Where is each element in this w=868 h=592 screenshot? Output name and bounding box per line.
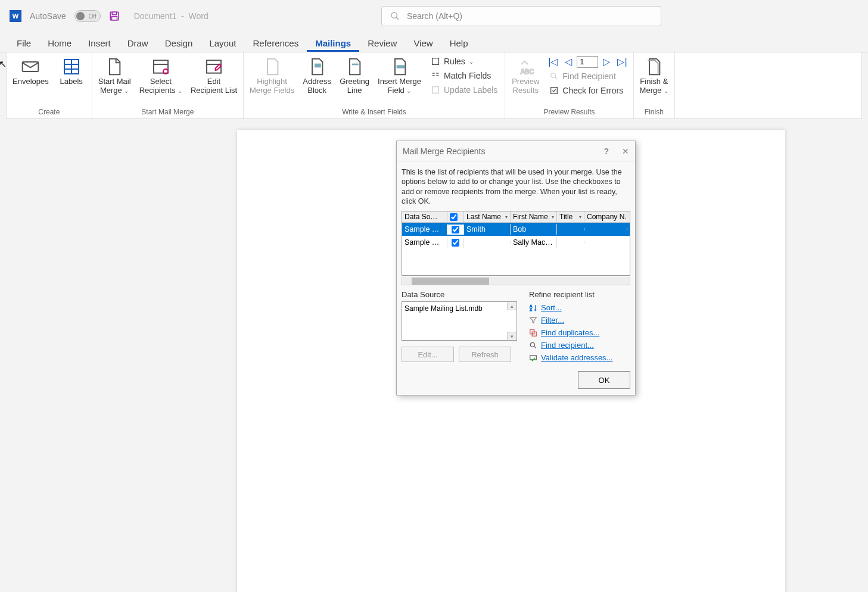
record-number-input[interactable] (577, 56, 598, 68)
title-bar: W AutoSave Off Document1 - Word Search (… (0, 0, 868, 32)
header-company[interactable]: Company N… (584, 211, 627, 222)
mouse-cursor: ↖ (0, 58, 7, 70)
find-recipient-button: Find Recipient (546, 70, 629, 83)
check-icon (549, 86, 559, 95)
envelopes-button[interactable]: Envelopes (10, 55, 51, 88)
tab-file[interactable]: File (8, 35, 39, 52)
svg-line-29 (534, 346, 536, 348)
tab-layout[interactable]: Layout (201, 35, 244, 52)
header-title[interactable]: Title▾ (557, 211, 584, 222)
svg-line-22 (555, 77, 558, 79)
first-record-button[interactable]: |◁ (546, 55, 560, 68)
svg-rect-1 (112, 12, 117, 15)
save-icon[interactable] (109, 11, 120, 21)
scrollbar-thumb[interactable] (412, 278, 489, 285)
validate-icon (529, 354, 537, 362)
rules-button[interactable]: Rules ⌄ (427, 55, 501, 68)
tab-home[interactable]: Home (39, 35, 80, 52)
match-fields-button[interactable]: Match Fields (427, 69, 501, 82)
svg-rect-19 (433, 87, 439, 94)
dialog-title-bar[interactable]: Mail Merge Recipients ? ✕ (397, 141, 635, 161)
select-recipients-button[interactable]: Select Recipients ⌄ (137, 55, 185, 96)
svg-text:Z: Z (530, 307, 532, 311)
svg-point-3 (391, 13, 397, 18)
svg-rect-30 (530, 355, 537, 359)
finish-merge-button[interactable]: Finish & Merge ⌄ (637, 55, 671, 96)
find-recipient-link[interactable]: Find recipient... (529, 339, 630, 351)
scroll-down-button[interactable]: ▾ (507, 332, 517, 340)
filter-icon (529, 316, 537, 325)
header-first-name[interactable]: First Name▾ (511, 211, 557, 222)
table-row[interactable]: Sample … Sally Maca… (402, 236, 630, 249)
tab-insert[interactable]: Insert (80, 35, 119, 52)
search-box[interactable]: Search (Alt+Q) (381, 6, 661, 26)
labels-icon (62, 57, 81, 76)
next-record-button[interactable]: ▷ (601, 55, 612, 68)
prev-record-button[interactable]: ◁ (562, 55, 574, 68)
horizontal-scrollbar[interactable] (402, 277, 630, 285)
tab-references[interactable]: References (244, 35, 307, 52)
start-mail-merge-button[interactable]: Start Mail Merge ⌄ (96, 55, 133, 96)
address-block-button[interactable]: Address Block (300, 55, 334, 96)
sort-link[interactable]: AZ Sort... (529, 301, 630, 314)
sort-icon: AZ (529, 304, 537, 312)
update-labels-button: Update Labels (427, 83, 501, 96)
document-title: Document1 - Word (134, 11, 209, 21)
find-duplicates-link[interactable]: Find duplicates... (529, 326, 630, 339)
tab-draw[interactable]: Draw (119, 35, 157, 52)
recipients-table: Data So… Last Name▾ First Name▾ Title▾ C… (402, 211, 630, 276)
preview-icon: ABC (516, 57, 535, 76)
refine-label: Refine recipient list (529, 290, 630, 299)
address-icon (307, 57, 326, 76)
header-last-name[interactable]: Last Name▾ (464, 211, 511, 222)
tab-help[interactable]: Help (441, 35, 477, 52)
rules-icon (431, 57, 440, 66)
ok-button[interactable]: OK (578, 371, 630, 389)
tab-mailings[interactable]: Mailings (307, 35, 359, 52)
group-start-mail-merge: Start Mail Merge ⌄ Select Recipients ⌄ E… (92, 52, 244, 119)
find-recipient-icon (529, 341, 537, 350)
data-source-item[interactable]: Sample Mailing List.mdb (405, 304, 483, 313)
table-row[interactable]: Sample … Smith Bob (402, 223, 630, 236)
merge-field-icon (390, 57, 409, 76)
svg-rect-23 (551, 88, 558, 94)
group-write-insert: Highlight Merge Fields Address Block Gre… (244, 52, 505, 119)
autosave-toggle[interactable]: Off (74, 10, 101, 22)
record-navigation: |◁ ◁ ▷ ▷| (546, 55, 629, 68)
group-preview-results: ABC Preview Results |◁ ◁ ▷ ▷| Find Recip… (505, 52, 633, 119)
recipients-icon (151, 57, 170, 76)
dialog-close-button[interactable]: ✕ (622, 147, 629, 156)
find-icon (549, 71, 559, 81)
mail-merge-recipients-dialog: Mail Merge Recipients ? ✕ This is the li… (396, 141, 636, 395)
insert-merge-field-button[interactable]: Insert Merge Field ⌄ (375, 55, 424, 96)
autosave-label: AutoSave (30, 11, 66, 21)
header-checkbox[interactable] (447, 211, 464, 222)
labels-button[interactable]: Labels (55, 55, 88, 88)
search-icon (390, 11, 400, 21)
svg-rect-10 (154, 60, 168, 73)
word-app-icon: W (10, 10, 21, 22)
last-record-button[interactable]: ▷| (615, 55, 629, 68)
tab-design[interactable]: Design (157, 35, 201, 52)
tab-view[interactable]: View (405, 35, 441, 52)
scroll-up-button[interactable]: ▴ (507, 302, 517, 310)
table-header: Data So… Last Name▾ First Name▾ Title▾ C… (402, 211, 630, 223)
search-placeholder: Search (Alt+Q) (407, 11, 462, 21)
dialog-help-button[interactable]: ? (603, 147, 609, 156)
finish-icon (645, 57, 664, 76)
tab-review[interactable]: Review (359, 35, 405, 52)
refresh-button: Refresh (459, 347, 511, 362)
toggle-state: Off (89, 13, 97, 20)
dialog-description: This is the list of recipients that will… (402, 167, 630, 206)
svg-rect-18 (433, 58, 439, 65)
validate-addresses-link[interactable]: Validate addresses... (529, 351, 630, 364)
edit-recipient-list-button[interactable]: Edit Recipient List (188, 55, 239, 96)
header-data-source[interactable]: Data So… (402, 211, 447, 222)
svg-rect-2 (111, 17, 117, 20)
check-errors-button[interactable]: Check for Errors (546, 84, 629, 97)
data-source-list[interactable]: Sample Mailing List.mdb ▴ ▾ (402, 301, 517, 341)
filter-link[interactable]: Filter... (529, 314, 630, 326)
dialog-title: Mail Merge Recipients (403, 147, 486, 156)
svg-rect-5 (23, 62, 39, 71)
greeting-line-button[interactable]: Greeting Line (337, 55, 372, 96)
